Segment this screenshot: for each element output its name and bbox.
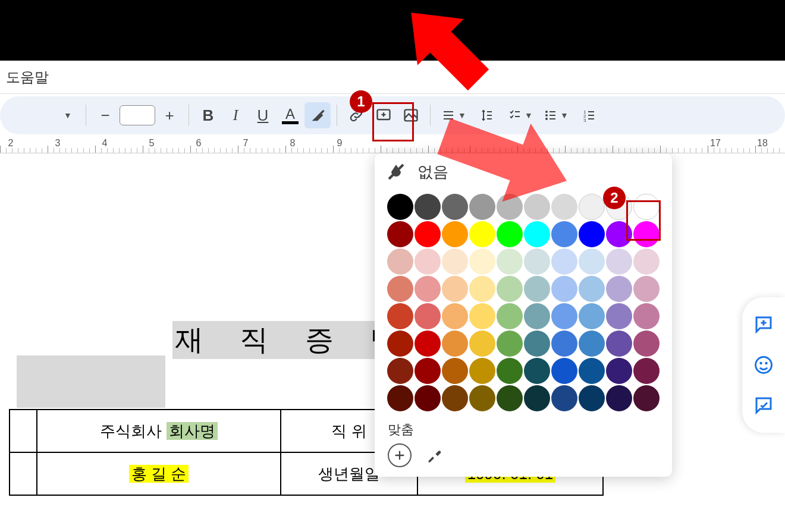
color-swatch[interactable] <box>442 358 468 384</box>
color-swatch[interactable] <box>524 303 550 329</box>
color-swatch[interactable] <box>633 358 660 384</box>
color-swatch[interactable] <box>524 248 550 275</box>
zoom-in-button[interactable]: + <box>156 102 183 128</box>
menu-help[interactable]: 도움말 <box>6 68 49 87</box>
color-swatch[interactable] <box>524 276 550 302</box>
caret-down-icon: ▼ <box>64 111 72 120</box>
selection-highlight <box>17 355 165 408</box>
color-swatch[interactable] <box>497 358 523 384</box>
color-swatch[interactable] <box>579 276 605 302</box>
color-swatch[interactable] <box>579 194 605 220</box>
color-swatch[interactable] <box>551 303 577 329</box>
color-swatch[interactable] <box>415 385 441 411</box>
side-comment-button[interactable] <box>751 311 777 338</box>
color-swatch[interactable] <box>387 330 413 357</box>
svg-point-13 <box>765 362 768 365</box>
color-swatch[interactable] <box>415 358 441 384</box>
eyedropper-button[interactable] <box>422 443 446 467</box>
color-swatch[interactable] <box>606 385 632 411</box>
numbered-list-button[interactable]: 1 2 3 <box>574 102 604 128</box>
color-swatch[interactable] <box>524 358 550 384</box>
color-swatch[interactable] <box>497 248 523 275</box>
annotation-box-2 <box>626 200 661 241</box>
cell-highlight-green: 회사명 <box>167 422 218 440</box>
color-swatch[interactable] <box>579 385 605 411</box>
color-swatch[interactable] <box>606 303 632 329</box>
color-swatch[interactable] <box>497 221 523 247</box>
no-color-icon <box>387 162 406 181</box>
separator <box>189 105 189 126</box>
color-swatch[interactable] <box>579 248 605 275</box>
italic-button[interactable]: I <box>222 102 249 128</box>
color-swatch[interactable] <box>633 385 660 411</box>
color-swatch[interactable] <box>415 303 441 329</box>
color-swatch[interactable] <box>497 276 523 302</box>
color-swatch[interactable] <box>497 303 523 329</box>
color-swatch[interactable] <box>606 358 632 384</box>
side-suggest-button[interactable] <box>751 392 777 418</box>
table-cell <box>10 452 37 495</box>
color-swatch[interactable] <box>469 221 495 247</box>
color-swatch[interactable] <box>633 303 660 329</box>
color-swatch[interactable] <box>469 276 495 302</box>
color-swatch[interactable] <box>415 276 441 302</box>
zoom-value-box[interactable] <box>120 102 155 128</box>
color-swatch[interactable] <box>442 248 468 275</box>
color-swatch[interactable] <box>524 385 550 411</box>
color-swatch[interactable] <box>524 330 550 357</box>
color-swatch[interactable] <box>442 330 468 357</box>
color-swatch[interactable] <box>551 276 577 302</box>
annotation-badge-2: 2 <box>603 187 626 209</box>
color-swatch[interactable] <box>551 330 577 357</box>
color-swatch[interactable] <box>442 276 468 302</box>
color-swatch[interactable] <box>387 221 413 247</box>
color-swatch[interactable] <box>524 221 550 247</box>
annotation-badge-1: 1 <box>350 90 372 113</box>
color-swatch[interactable] <box>579 358 605 384</box>
underline-button[interactable]: U <box>250 102 276 128</box>
color-swatch[interactable] <box>442 221 468 247</box>
arrow-annotation-down <box>390 0 508 101</box>
color-swatch[interactable] <box>579 330 605 357</box>
plus-icon <box>393 449 406 462</box>
zoom-out-button[interactable]: − <box>92 102 118 128</box>
color-swatch[interactable] <box>442 385 468 411</box>
color-swatch[interactable] <box>551 248 577 275</box>
color-swatch[interactable] <box>579 303 605 329</box>
color-swatch[interactable] <box>497 330 523 357</box>
cell-text: 생년월일 <box>318 465 380 483</box>
color-swatch[interactable] <box>633 248 660 275</box>
color-swatch[interactable] <box>415 330 441 357</box>
color-swatch[interactable] <box>579 221 605 247</box>
color-swatch[interactable] <box>469 358 495 384</box>
suggest-edit-icon <box>753 395 774 416</box>
color-swatch[interactable] <box>497 385 523 411</box>
color-swatch[interactable] <box>469 330 495 357</box>
color-swatch[interactable] <box>387 385 413 411</box>
highlight-color-button[interactable] <box>304 102 331 128</box>
color-swatch[interactable] <box>606 248 632 275</box>
color-swatch[interactable] <box>387 276 413 302</box>
bold-button[interactable]: B <box>195 102 221 128</box>
color-swatch[interactable] <box>415 248 441 275</box>
color-swatch[interactable] <box>415 221 441 247</box>
text-color-button[interactable]: A <box>277 102 303 128</box>
color-swatch[interactable] <box>387 303 413 329</box>
color-swatch[interactable] <box>469 248 495 275</box>
color-swatch[interactable] <box>387 194 413 220</box>
color-swatch[interactable] <box>606 276 632 302</box>
color-swatch[interactable] <box>633 330 660 357</box>
color-swatch[interactable] <box>633 276 660 302</box>
color-swatch[interactable] <box>551 385 577 411</box>
color-swatch[interactable] <box>442 303 468 329</box>
color-swatch[interactable] <box>551 358 577 384</box>
add-custom-color-button[interactable] <box>388 443 412 467</box>
color-swatch[interactable] <box>606 330 632 357</box>
color-swatch[interactable] <box>387 248 413 275</box>
color-swatch[interactable] <box>387 358 413 384</box>
color-swatch[interactable] <box>469 303 495 329</box>
color-swatch[interactable] <box>469 385 495 411</box>
more-dropdown[interactable]: ▼ <box>54 102 80 128</box>
color-swatch[interactable] <box>551 221 577 247</box>
side-emoji-button[interactable] <box>751 352 777 378</box>
